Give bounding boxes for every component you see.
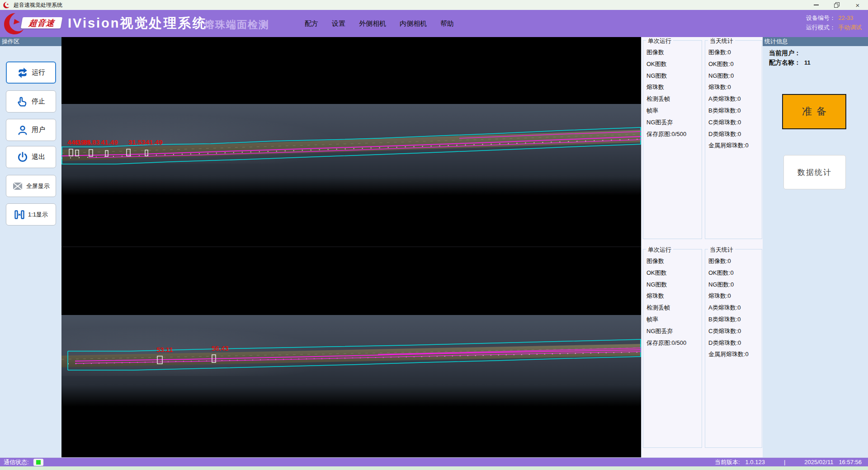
daily-stats-rows: 图像数:0OK图数:0NG图数:0熔珠数:0A类熔珠数:0B类熔珠数:0C类熔珠…: [705, 41, 762, 153]
outer-camera-view[interactable]: 44.3941.8539.8341.4931.5341.49: [61, 37, 641, 245]
menu-item[interactable]: 配方: [304, 18, 319, 30]
user-button[interactable]: 用户: [6, 119, 56, 141]
statusbar-separator: |: [784, 459, 785, 465]
device-info: 设备编号：22-33 运行模式：手动调试: [806, 13, 862, 32]
stat-row: 图像数:0: [708, 257, 762, 269]
run-icon: [17, 67, 28, 79]
stat-row: OK图数:0: [708, 269, 762, 281]
stat-row: 图像数:0: [708, 48, 762, 60]
stat-row: OK图数:0: [708, 60, 762, 72]
menu-item[interactable]: 设置: [331, 18, 346, 30]
fullscreen-icon: [12, 181, 23, 192]
stat-row: B类熔珠数:0: [708, 315, 762, 327]
run-button[interactable]: 运行: [6, 61, 56, 84]
app-title: IVision视觉处理系统: [68, 14, 207, 33]
recipe-name-value: 11: [804, 59, 811, 66]
stat-row: NG图数:0: [708, 72, 762, 84]
stat-row: C类熔珠数:0: [708, 118, 762, 130]
data-statistics-button[interactable]: 数据统计: [783, 155, 846, 189]
stat-row: D类熔珠数:0: [708, 339, 762, 351]
statusbar: 通信状态: 当前版本: 1.0.123 | 2025/02/11 16:57:5…: [0, 457, 868, 466]
device-id-label: 设备编号：: [806, 14, 835, 21]
daily-stats-title: 当天统计: [708, 37, 735, 45]
stat-row: 保存原图:0/500: [646, 130, 702, 142]
measurement-labels: 44.3941.8539.8341.4931.5341.49: [61, 37, 641, 245]
user-button-label: 用户: [32, 126, 45, 134]
device-id-value: 22-33: [838, 14, 853, 21]
maximize-button[interactable]: [826, 0, 847, 10]
stop-button-label: 停止: [32, 97, 45, 106]
user-icon: [17, 124, 28, 136]
measurement-label: 31.53: [128, 138, 146, 146]
stat-row: NG图数:0: [708, 281, 762, 292]
stat-row: 熔珠数: [646, 83, 702, 95]
header: 超音速 IVision视觉处理系统 熔珠端面检测 配方设置外侧相机内侧相机帮助 …: [0, 10, 868, 37]
stat-row: B类熔珠数:0: [708, 107, 762, 118]
stat-row: C类熔珠数:0: [708, 327, 762, 339]
measurement-label: 53.11: [156, 346, 173, 353]
window-title: 超音速视觉处理系统: [14, 1, 62, 9]
single-run-group: 单次运行 图像数OK图数NG图数熔珠数检测丢帧帧率NG图丢弃保存原图:0/500: [643, 249, 702, 448]
window-controls: ×: [806, 0, 868, 10]
one-to-one-button[interactable]: 1:1显示: [6, 203, 56, 226]
version-label: 当前版本:: [715, 458, 740, 466]
comm-status-green-icon: [36, 460, 41, 465]
ready-button[interactable]: 准备: [782, 94, 846, 129]
version-value: 1.0.123: [745, 459, 765, 465]
stat-row: 熔珠数:0: [708, 292, 762, 304]
measurement-label: 41.49: [146, 138, 163, 146]
app-icon: [3, 1, 10, 9]
stop-icon: [17, 96, 28, 108]
stat-row: NG图数: [646, 72, 702, 84]
exit-button-label: 退出: [32, 153, 45, 161]
inner-camera-view[interactable]: 53.1156.43: [61, 246, 641, 456]
daily-stats-group: 当天统计 图像数:0OK图数:0NG图数:0熔珠数:0A类熔珠数:0B类熔珠数:…: [705, 249, 762, 448]
stat-row: NG图丢弃: [646, 118, 702, 130]
minimize-button[interactable]: [806, 0, 826, 10]
menu-item[interactable]: 内侧相机: [399, 18, 428, 30]
one-to-one-icon: [14, 209, 25, 220]
close-button[interactable]: ×: [847, 0, 868, 10]
exit-button[interactable]: 退出: [6, 146, 56, 168]
brand-badge: 超音速: [21, 17, 62, 28]
stop-button[interactable]: 停止: [6, 90, 56, 113]
stat-row: 检测丢帧: [646, 304, 702, 315]
minimize-icon: [814, 5, 819, 5]
desktop-edge-strip: [0, 466, 868, 470]
stat-row: 帧率: [646, 315, 702, 327]
menu-item[interactable]: 外侧相机: [358, 18, 387, 30]
run-mode-label: 运行模式：: [806, 24, 835, 31]
one-to-one-button-label: 1:1显示: [28, 211, 48, 219]
measurement-labels: 53.1156.43: [61, 247, 641, 456]
sidebar-title: 操作区: [0, 37, 61, 46]
run-mode-value: 手动调试: [838, 24, 862, 31]
menu-item[interactable]: 帮助: [439, 18, 455, 30]
stat-row: 图像数: [646, 48, 702, 60]
stat-row: OK图数: [646, 269, 702, 281]
daily-stats-rows: 图像数:0OK图数:0NG图数:0熔珠数:0A类熔珠数:0B类熔珠数:0C类熔珠…: [705, 249, 762, 362]
titlebar: 超音速视觉处理系统 ×: [0, 0, 868, 10]
daily-stats-title: 当天统计: [708, 246, 735, 254]
fullscreen-button[interactable]: 全屏显示: [6, 175, 56, 197]
single-run-group: 单次运行 图像数OK图数NG图数熔珠数检测丢帧帧率NG图丢弃保存原图:0/500: [643, 40, 702, 239]
fullscreen-button-label: 全屏显示: [26, 182, 50, 190]
stat-row: 金属屑熔珠数:0: [708, 141, 762, 153]
daily-stats-group: 当天统计 图像数:0OK图数:0NG图数:0熔珠数:0A类熔珠数:0B类熔珠数:…: [705, 40, 762, 239]
single-run-title: 单次运行: [646, 37, 673, 45]
stat-row: NG图数: [646, 281, 702, 292]
sidebar: 操作区 运行 停止 用户 退出: [0, 37, 61, 457]
time-text: 16:57:56: [839, 459, 862, 465]
stats-column: 单次运行 图像数OK图数NG图数熔珠数检测丢帧帧率NG图丢弃保存原图:0/500…: [641, 37, 763, 457]
current-user-label: 当前用户：: [769, 49, 801, 56]
stat-row: 保存原图:0/500: [646, 339, 702, 351]
single-run-rows: 图像数OK图数NG图数熔珠数检测丢帧帧率NG图丢弃保存原图:0/500: [643, 249, 702, 350]
stat-row: A类熔珠数:0: [708, 304, 762, 315]
recipe-name-label: 配方名称：: [769, 59, 801, 66]
comm-status-label: 通信状态:: [4, 458, 29, 466]
info-panel-title: 统计信息: [763, 37, 868, 46]
stat-row: 熔珠数: [646, 292, 702, 304]
measurement-label: 39.83: [83, 138, 100, 146]
single-run-rows: 图像数OK图数NG图数熔珠数检测丢帧帧率NG图丢弃保存原图:0/500: [643, 41, 702, 141]
statusbar-right: 当前版本: 1.0.123 | 2025/02/11 16:57:56: [715, 458, 862, 466]
measurement-label: 41.49: [101, 138, 118, 146]
